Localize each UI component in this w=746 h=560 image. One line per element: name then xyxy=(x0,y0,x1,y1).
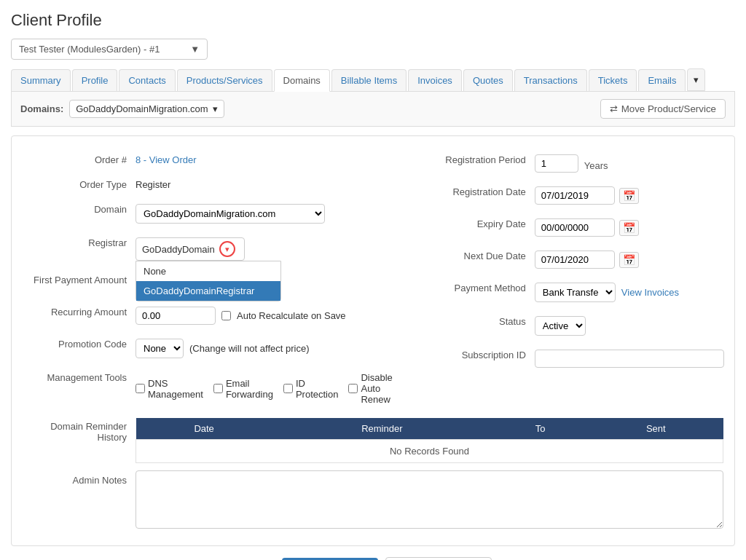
reminder-table: Date Reminder To Sent No Records Found xyxy=(136,418,723,463)
tab-summary[interactable]: Summary xyxy=(11,69,71,91)
domain-select[interactable]: GoDaddyDomainMigration.com xyxy=(136,204,325,224)
registrar-label: Registrar xyxy=(23,234,136,248)
domains-bar-label: Domains: xyxy=(20,103,63,114)
reminder-col-reminder: Reminder xyxy=(272,418,492,440)
disable-renew-checkbox-item[interactable]: Disable Auto Renew xyxy=(348,372,392,405)
registrar-select[interactable]: GoDaddyDomain ▾ xyxy=(136,237,245,261)
recurring-input[interactable] xyxy=(136,307,216,325)
reg-period-field: Years xyxy=(535,151,724,173)
move-product-service-button[interactable]: ⇄ Move Product/Service xyxy=(600,99,726,119)
reminder-no-records-row: No Records Found xyxy=(136,440,723,463)
expiry-date-input[interactable] xyxy=(535,218,615,237)
domains-bar: Domains: GoDaddyDomainMigration.com ▾ ⇄ … xyxy=(11,92,735,127)
client-dropdown-value: Test Tester (ModulesGarden) - #1 xyxy=(19,44,160,55)
reg-period-input[interactable] xyxy=(535,154,578,173)
admin-notes-field xyxy=(136,470,723,531)
disable-renew-label: Disable Auto Renew xyxy=(361,372,392,405)
promo-label: Promotion Code xyxy=(23,335,136,350)
domains-dropdown-value: GoDaddyDomainMigration.com xyxy=(76,103,208,114)
dns-management-checkbox[interactable] xyxy=(136,384,145,393)
first-payment-label: First Payment Amount xyxy=(23,271,136,285)
id-protection-checkbox-item[interactable]: ID Protection xyxy=(283,378,339,400)
admin-notes-textarea[interactable] xyxy=(136,470,723,529)
promo-field: None (Change will not affect price) xyxy=(136,335,393,358)
admin-notes-label: Admin Notes xyxy=(23,470,136,486)
next-due-date-label: Next Due Date xyxy=(422,247,535,261)
reg-date-calendar-icon[interactable]: 📅 xyxy=(619,188,639,204)
reg-date-input[interactable] xyxy=(535,186,615,205)
tab-invoices[interactable]: Invoices xyxy=(408,69,462,91)
registrar-dropdown-trigger[interactable]: ▾ xyxy=(219,241,235,257)
registrar-option-none[interactable]: None xyxy=(136,261,280,281)
tab-profile[interactable]: Profile xyxy=(72,69,118,91)
tab-billable-items[interactable]: Billable Items xyxy=(331,69,407,91)
tab-domains[interactable]: Domains xyxy=(274,69,330,92)
subscription-id-field xyxy=(535,346,724,368)
client-dropdown[interactable]: Test Tester (ModulesGarden) - #1 ▼ xyxy=(11,39,208,60)
recurring-field: Auto Recalculate on Save xyxy=(136,303,393,325)
auto-recalc-label: Auto Recalculate on Save xyxy=(237,310,346,321)
reminder-history-content: Date Reminder To Sent No Records Found xyxy=(136,415,723,463)
mgmt-tools-field: DNS Management Email Forwarding ID Prote… xyxy=(136,368,393,405)
domains-dropdown-arrow: ▾ xyxy=(213,103,218,114)
reminder-col-sent: Sent xyxy=(589,418,723,440)
subscription-id-input[interactable] xyxy=(535,350,724,368)
reg-date-field: 📅 xyxy=(535,183,724,205)
reg-period-label: Registration Period xyxy=(422,151,535,165)
status-field: Active xyxy=(535,312,724,336)
bottom-actions: ➡ Save Changes Cancel Changes Delete xyxy=(11,557,735,560)
cancel-changes-button[interactable]: Cancel Changes xyxy=(385,557,492,560)
reminder-no-records: No Records Found xyxy=(136,440,723,463)
id-protection-label: ID Protection xyxy=(296,378,339,400)
reg-date-label: Registration Date xyxy=(422,183,535,197)
recurring-label: Recurring Amount xyxy=(23,303,136,318)
expiry-date-field: 📅 xyxy=(535,215,724,237)
expiry-date-calendar-icon[interactable]: 📅 xyxy=(619,220,639,236)
promo-select[interactable]: None xyxy=(136,339,184,358)
tab-emails[interactable]: Emails xyxy=(638,69,686,91)
dns-management-checkbox-item[interactable]: DNS Management xyxy=(136,378,203,400)
tab-contacts[interactable]: Contacts xyxy=(119,69,175,91)
next-due-date-calendar-icon[interactable]: 📅 xyxy=(619,252,639,268)
client-dropdown-arrow: ▼ xyxy=(190,44,200,55)
promo-note: (Change will not affect price) xyxy=(189,343,310,354)
view-invoices-link[interactable]: View Invoices xyxy=(621,287,679,298)
tab-products-services[interactable]: Products/Services xyxy=(177,69,272,91)
next-due-date-field: 📅 xyxy=(535,247,724,269)
page-title: Client Profile xyxy=(11,11,735,30)
status-select[interactable]: Active xyxy=(535,316,586,336)
tab-quotes[interactable]: Quotes xyxy=(463,69,513,91)
domain-label: Domain xyxy=(23,200,136,215)
id-protection-checkbox[interactable] xyxy=(283,384,293,393)
tab-tickets[interactable]: Tickets xyxy=(589,69,637,91)
tabs-bar: Summary Profile Contacts Products/Servic… xyxy=(11,68,735,92)
auto-recalc-checkbox[interactable] xyxy=(221,311,231,320)
view-order-link[interactable]: 8 - View Order xyxy=(136,154,197,165)
registrar-dropdown-menu: None GoDaddyDomainRegistrar xyxy=(136,261,281,301)
registrar-option-godaddy[interactable]: GoDaddyDomainRegistrar xyxy=(136,281,280,301)
order-type-label: Order Type xyxy=(23,176,136,190)
registrar-value: GoDaddyDomain xyxy=(142,244,215,255)
next-due-date-input[interactable] xyxy=(535,251,615,269)
reminder-history-label: Domain Reminder History xyxy=(23,415,136,443)
tab-more-button[interactable]: ▾ xyxy=(687,68,705,91)
reminder-col-to: To xyxy=(492,418,589,440)
registrar-field: GoDaddyDomain ▾ None GoDaddyDomainRegist… xyxy=(136,234,393,261)
order-number-label: Order # xyxy=(23,151,136,165)
payment-method-select[interactable]: Bank Transfe xyxy=(535,283,616,302)
reminder-col-date: Date xyxy=(136,418,272,440)
domains-dropdown[interactable]: GoDaddyDomainMigration.com ▾ xyxy=(69,100,224,118)
email-forwarding-label: Email Forwarding xyxy=(226,378,273,400)
email-forwarding-checkbox-item[interactable]: Email Forwarding xyxy=(213,378,273,400)
status-label: Status xyxy=(422,312,535,327)
payment-method-field: Bank Transfe View Invoices xyxy=(535,279,724,302)
email-forwarding-checkbox[interactable] xyxy=(213,384,223,393)
payment-method-label: Payment Method xyxy=(422,279,535,293)
mgmt-tools-label: Management Tools xyxy=(23,368,136,383)
domain-field: GoDaddyDomainMigration.com xyxy=(136,200,393,224)
expiry-date-label: Expiry Date xyxy=(422,215,535,229)
disable-renew-checkbox[interactable] xyxy=(348,384,358,393)
tab-transactions[interactable]: Transactions xyxy=(514,69,587,91)
order-type-value: Register xyxy=(136,176,393,190)
main-panel: Order # 8 - View Order Order Type Regist… xyxy=(11,135,735,546)
